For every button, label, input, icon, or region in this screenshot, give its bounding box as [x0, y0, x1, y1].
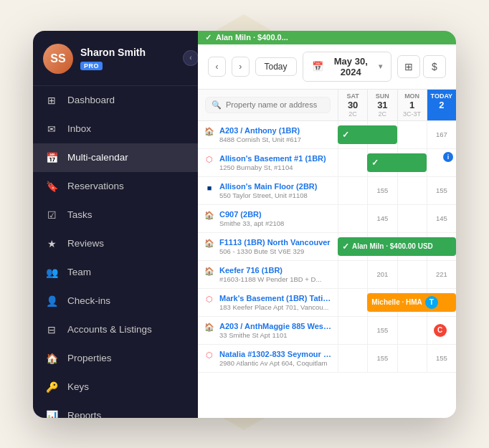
- sidebar-item-dashboard[interactable]: ⊞ Dashboard: [33, 86, 198, 115]
- day-name-3: TODAY: [429, 92, 455, 100]
- day-num-1: 31: [369, 100, 395, 110]
- grid-cell-3-1: 145: [367, 205, 397, 232]
- property-name-2: Allison's Main Floor (2BR): [219, 181, 332, 191]
- booking-bar-1-0[interactable]: ✓: [367, 153, 427, 172]
- grid-cell-5-2: [397, 261, 427, 288]
- property-cell-8[interactable]: ⬡ Natalia #1302-833 Seymour 1... 2980 At…: [198, 345, 338, 371]
- property-address-8: 2980 Atlantic Av Apt 604, Coquitlam: [219, 359, 332, 367]
- property-cell-2[interactable]: ■ Allison's Main Floor (2BR) 550 Taylor …: [198, 178, 338, 203]
- check-icon: ✓: [371, 158, 379, 168]
- calendar-toolbar: ‹ › Today 📅 May 30, 2024 ▾ ⊞ $: [198, 44, 456, 90]
- table-row: 🏠 A203 / Anthony (1BR) 8488 Cornish St, …: [198, 121, 456, 149]
- property-address-6: 183 Keefer Place Apt 701, Vancou...: [219, 303, 332, 311]
- grid-cell-8-2: [397, 345, 427, 372]
- table-row: 🏠 A203 / AnthMaggie 885 West... 33 Smith…: [198, 317, 456, 345]
- property-info-5: Keefer 716 (1BR) #1603-1188 W Pender 1BD…: [219, 265, 332, 283]
- table-row: ■ Allison's Main Floor (2BR) 550 Taylor …: [198, 177, 456, 205]
- property-cell-5[interactable]: 🏠 Keefer 716 (1BR) #1603-1188 W Pender 1…: [198, 262, 338, 287]
- table-row: ⬡ Mark's Basement (1BR) Tatiana 183 Keef…: [198, 289, 456, 317]
- date-col-header-3: TODAY 2: [427, 90, 456, 120]
- sidebar-item-multi-calendar[interactable]: 📅 Multi-calendar: [33, 143, 198, 172]
- sidebar-item-check-ins[interactable]: 👤 Check-ins: [33, 287, 198, 315]
- grid-view-button[interactable]: ⊞: [397, 55, 420, 78]
- date-header-cols: SAT 30 2C SUN 31 2C MON 1 3C-3T TODAY 2: [338, 90, 456, 120]
- booking-label: Alan Miln · $400.00 USD: [352, 242, 433, 250]
- grid-cell-7-0: [338, 317, 367, 344]
- check-icon: ✓: [342, 242, 349, 252]
- property-name-6: Mark's Basement (1BR) Tatiana: [219, 293, 332, 303]
- sidebar-item-label-accounts-listings: Accounts & Listings: [67, 324, 152, 335]
- sidebar-item-label-properties: Properties: [67, 353, 112, 363]
- prev-button[interactable]: ‹: [208, 57, 226, 77]
- grid-cell-0-3: 167: [427, 121, 456, 148]
- table-row: 🏠 Keefer 716 (1BR) #1603-1188 W Pender 1…: [198, 261, 456, 289]
- property-name-3: C907 (2BR): [219, 209, 332, 219]
- search-input[interactable]: [226, 100, 324, 109]
- sidebar-item-reviews[interactable]: ★ Reviews: [33, 229, 198, 258]
- collapse-sidebar-button[interactable]: ‹: [183, 50, 198, 66]
- grid-cell-5-1: 201: [367, 261, 397, 288]
- date-col-header-0: SAT 30 2C: [338, 90, 367, 120]
- property-cell-1[interactable]: ⬡ Allison's Basement #1 (1BR) 1250 Burna…: [198, 150, 338, 175]
- table-row: 🏠 C907 (2BR) Smithe 33, apt #2108 145145: [198, 205, 456, 233]
- top-booking-bar-check: ✓: [205, 33, 212, 42]
- property-address-3: Smithe 33, apt #2108: [219, 219, 332, 227]
- sidebar-item-reservations[interactable]: 🔖 Reservations: [33, 172, 198, 201]
- sidebar-item-tasks[interactable]: ☑ Tasks: [33, 201, 198, 229]
- property-address-1: 1250 Burnaby St, #1104: [219, 163, 332, 171]
- property-info-8: Natalia #1302-833 Seymour 1... 2980 Atla…: [219, 349, 332, 367]
- grid-icon: ⊞: [44, 93, 59, 108]
- sidebar-item-inbox[interactable]: ✉ Inbox: [33, 115, 198, 143]
- next-button[interactable]: ›: [232, 57, 250, 77]
- sidebar-item-properties[interactable]: 🏠 Properties: [33, 344, 198, 373]
- search-wrap[interactable]: 🔍: [205, 97, 331, 113]
- sidebar-item-label-team: Team: [67, 267, 91, 277]
- sidebar-item-accounts-listings[interactable]: ⊟ Accounts & Listings: [33, 315, 198, 344]
- property-cell-7[interactable]: 🏠 A203 / AnthMaggie 885 West... 33 Smith…: [198, 318, 338, 343]
- grid-cell-5-0: [338, 261, 367, 288]
- grid-cell-6-0: [338, 289, 367, 316]
- booking-bar-0-0[interactable]: ✓: [338, 125, 397, 144]
- day-num-2: 1: [399, 100, 425, 110]
- top-booking-bar: ✓ Alan Miln · $400.0...: [198, 31, 456, 44]
- sidebar-item-reports[interactable]: 📊 Reports: [33, 401, 198, 418]
- date-col-header-2: MON 1 3C-3T: [397, 90, 427, 120]
- sidebar-item-keys[interactable]: 🔑 Keys: [33, 373, 198, 401]
- sidebar-item-team[interactable]: 👥 Team: [33, 258, 198, 287]
- property-name-4: F1113 (1BR) North Vancouver: [219, 237, 332, 247]
- grid-cell-7-1: 155: [367, 317, 397, 344]
- property-info-4: F1113 (1BR) North Vancouver 506 - 1330 B…: [219, 237, 332, 255]
- sub-count-2: 3C-3T: [399, 110, 425, 118]
- grid-cell-0-2: [397, 121, 427, 148]
- booking-bar-4-0[interactable]: ✓Alan Miln · $400.00 USD: [338, 237, 456, 256]
- property-cell-0[interactable]: 🏠 A203 / Anthony (1BR) 8488 Cornish St, …: [198, 122, 338, 147]
- property-cell-4[interactable]: 🏠 F1113 (1BR) North Vancouver 506 - 1330…: [198, 234, 338, 259]
- property-cell-3[interactable]: 🏠 C907 (2BR) Smithe 33, apt #2108: [198, 206, 338, 231]
- grid-cell-5-3: 221: [427, 261, 456, 288]
- amount-2-1: 155: [376, 186, 388, 194]
- dollar-view-button[interactable]: $: [423, 55, 446, 78]
- property-name-7: A203 / AnthMaggie 885 West...: [219, 321, 332, 331]
- property-type-icon-5: 🏠: [204, 266, 215, 277]
- property-name-8: Natalia #1302-833 Seymour 1...: [219, 349, 332, 359]
- property-info-1: Allison's Basement #1 (1BR) 1250 Burnaby…: [219, 153, 332, 171]
- today-button[interactable]: Today: [255, 57, 297, 76]
- grid-cell-2-1: 155: [367, 177, 397, 204]
- table-row: ⬡ Natalia #1302-833 Seymour 1... 2980 At…: [198, 345, 456, 373]
- property-type-icon-7: 🏠: [204, 322, 215, 333]
- property-type-icon-4: 🏠: [204, 238, 215, 249]
- property-cell-6[interactable]: ⬡ Mark's Basement (1BR) Tatiana 183 Keef…: [198, 290, 338, 315]
- check-icon: ✓: [342, 130, 349, 140]
- date-picker-button[interactable]: 📅 May 30, 2024 ▾: [303, 52, 391, 82]
- property-address-0: 8488 Cornish St, Unit #617: [219, 135, 332, 143]
- check-square-icon: ☑: [44, 208, 59, 222]
- booking-bar-6-0[interactable]: Michelle · HMAT: [367, 293, 456, 312]
- sidebar-item-label-tasks: Tasks: [67, 209, 92, 220]
- grid-cells-6: Michelle · HMAT: [338, 289, 456, 316]
- amount-5-1: 201: [376, 270, 388, 278]
- sidebar-header: SS Sharon Smith PRO ‹: [33, 31, 198, 86]
- property-name-0: A203 / Anthony (1BR): [219, 125, 332, 135]
- grid-cell-2-0: [338, 177, 367, 204]
- c-badge-7-0: C: [434, 324, 447, 337]
- chevron-down-icon: ▾: [379, 62, 382, 70]
